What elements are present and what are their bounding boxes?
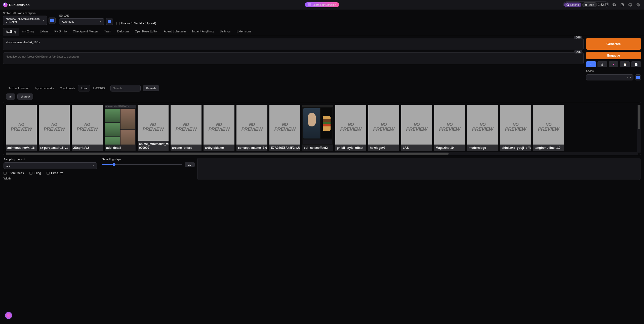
output-panel: [197, 158, 640, 180]
lora-card[interactable]: NOPREVIEWrz-purepastel-15-v1: [39, 105, 70, 151]
grid-hscroll[interactable]: [6, 152, 638, 155]
extend-button[interactable]: Extend: [564, 3, 581, 7]
network-refresh-button[interactable]: Refresh: [143, 85, 159, 91]
generate-button[interactable]: Generate: [586, 38, 641, 50]
v21-checkbox[interactable]: [116, 22, 119, 25]
lora-card[interactable]: NOPREVIEWhowlbgsv3: [368, 105, 399, 151]
filter-shared[interactable]: shared/: [17, 94, 33, 100]
lora-card[interactable]: NOPREVIEWartbytokiame: [204, 105, 234, 151]
no-preview-placeholder: NOPREVIEW: [208, 123, 229, 131]
net-tab-lora[interactable]: Lora: [78, 85, 90, 91]
lora-card[interactable]: NOPREVIEWE7A986E5A48F3.eJL0: [269, 105, 300, 151]
brand-logo[interactable]: RunDiffusion: [3, 3, 30, 7]
lora-card[interactable]: NOPREVIEWarcane_offset: [171, 105, 202, 151]
refresh-icon: [108, 20, 111, 23]
file-icon: 📄: [635, 63, 638, 66]
tab-settings[interactable]: Settings: [217, 28, 233, 36]
v21-label: Use v2.1 Model - (Upcast): [121, 22, 156, 25]
checkpoint-refresh-button[interactable]: [49, 17, 56, 24]
lora-card[interactable]: tail Tweaker LoRA (细节调整LoRA)add_detail: [105, 105, 136, 151]
clear-icon[interactable]: ×: [627, 76, 628, 79]
no-preview-placeholder: NOPREVIEW: [11, 123, 32, 131]
copy-icon[interactable]: [611, 2, 617, 8]
lora-card[interactable]: NOPREVIEWanimeoutlineV4_16: [6, 105, 37, 151]
net-tab-lycoris[interactable]: LyCORIS: [90, 85, 108, 91]
slider-thumb[interactable]: [112, 163, 115, 166]
trash-button[interactable]: 🗑: [597, 61, 607, 67]
stop-button[interactable]: Stop: [582, 2, 597, 7]
tiling-label: Tiling: [34, 171, 41, 175]
vae-refresh-button[interactable]: [106, 18, 113, 25]
tab-img2img[interactable]: img2img: [19, 28, 37, 36]
lora-card[interactable]: NOPREVIEWghibli_style_offset: [335, 105, 366, 151]
no-preview-placeholder: NOPREVIEW: [439, 123, 460, 131]
main-tabs: txt2imgimg2imgExtrasPNG InfoCheckpoint M…: [0, 28, 644, 36]
filter-all[interactable]: all: [6, 94, 15, 100]
chevron-down-icon: ▼: [92, 164, 94, 167]
width-label: Width: [4, 177, 195, 180]
vae-dropdown[interactable]: Automatic ▼: [59, 18, 104, 25]
lora-card[interactable]: epi_noiseoffset2: [302, 105, 333, 151]
open-icon[interactable]: [619, 2, 625, 8]
clipboard-button[interactable]: 📋: [620, 61, 630, 67]
file-button[interactable]: 📄: [631, 61, 641, 67]
lora-card[interactable]: NOPREVIEWLAS: [401, 105, 432, 151]
tab-train[interactable]: Train: [101, 28, 114, 36]
net-tab-checkpoints[interactable]: Checkpoints: [57, 85, 78, 91]
lora-card[interactable]: NOPREVIEW2DspriteV2: [72, 105, 103, 151]
tab-deforum[interactable]: Deforum: [114, 28, 132, 36]
tab-png-info[interactable]: PNG Info: [51, 28, 70, 36]
lora-card[interactable]: NOPREVIEWtangbohu-line_1.0: [533, 105, 564, 151]
tiling-checkbox[interactable]: [29, 172, 32, 175]
sampling-steps-slider[interactable]: [102, 164, 182, 165]
tab-extensions[interactable]: Extensions: [234, 28, 255, 36]
sampling-steps-value[interactable]: 20: [185, 162, 195, 167]
styles-apply-button[interactable]: [635, 74, 641, 80]
enqueue-button[interactable]: Enqueue: [586, 52, 641, 59]
session-timer: 1:52:37: [598, 3, 608, 7]
apply-icon: [636, 76, 640, 79]
tab-openpose-editor[interactable]: OpenPose Editor: [132, 28, 161, 36]
lora-card[interactable]: NOPREVIEWMagazine-10: [434, 105, 465, 151]
negative-prompt-input[interactable]: [3, 52, 584, 64]
grid-vscroll[interactable]: [637, 105, 641, 153]
net-tab-hypernetworks[interactable]: Hypernetworks: [32, 85, 57, 91]
network-search-input[interactable]: [110, 85, 141, 91]
tab-agent-scheduler[interactable]: Agent Scheduler: [161, 28, 189, 36]
card-label: concept_master_1.0: [236, 145, 267, 151]
no-preview-placeholder: NOPREVIEW: [472, 123, 493, 131]
logo-icon: [3, 3, 8, 7]
monitor-icon[interactable]: [627, 2, 633, 8]
styles-dropdown[interactable]: × ▼: [586, 74, 633, 80]
sampling-method-dropdown[interactable]: ...a ▼: [4, 162, 97, 169]
net-tab-textual-inversion[interactable]: Textual Inversion: [6, 85, 32, 91]
tab-txt2img[interactable]: txt2img: [3, 28, 19, 36]
palette-button[interactable]: ●: [609, 61, 619, 67]
learn-button[interactable]: Learn RunDiffusion: [305, 2, 339, 7]
extend-label: Extend: [570, 3, 579, 6]
no-preview-placeholder: NOPREVIEW: [406, 123, 427, 131]
refresh-icon: [50, 19, 54, 22]
hscroll-thumb[interactable]: [6, 153, 449, 155]
tab-extras[interactable]: Extras: [37, 28, 51, 36]
tab-inpaint-anything[interactable]: Inpaint Anything: [189, 28, 217, 36]
tab-checkpoint-merger[interactable]: Checkpoint Merger: [70, 28, 101, 36]
sampling-method-label: Sampling method: [4, 158, 97, 161]
account-icon[interactable]: [635, 2, 641, 8]
vscroll-thumb[interactable]: [638, 105, 640, 129]
topbar: RunDiffusion Learn RunDiffusion Extend S…: [0, 0, 644, 10]
card-label: anime_minimalist_v1-000020: [138, 141, 169, 151]
hires-checkbox[interactable]: [47, 172, 50, 175]
card-label: epi_noiseoffset2: [302, 145, 333, 151]
lora-grid-wrap: NOPREVIEWanimeoutlineV4_16NOPREVIEWrz-pu…: [3, 102, 641, 155]
lora-card[interactable]: NOPREVIEWmodernlogo: [467, 105, 498, 151]
lora-card[interactable]: NOPREVIEWconcept_master_1.0: [236, 105, 267, 151]
learn-icon: [308, 3, 311, 6]
lora-card[interactable]: NOPREVIEWanime_minimalist_v1-000020: [138, 105, 169, 151]
checkpoint-dropdown[interactable]: shared/v1/1.StableDiffusion-v1.5.ckpt ▼: [3, 16, 47, 25]
arrow-button[interactable]: ↙: [586, 61, 596, 67]
restore-faces-checkbox[interactable]: [4, 172, 7, 175]
lora-card[interactable]: NOPREVIEWshinkawa_youji_offset: [500, 105, 531, 151]
prompt-input[interactable]: [3, 38, 584, 50]
lora-grid: NOPREVIEWanimeoutlineV4_16NOPREVIEWrz-pu…: [6, 105, 638, 151]
